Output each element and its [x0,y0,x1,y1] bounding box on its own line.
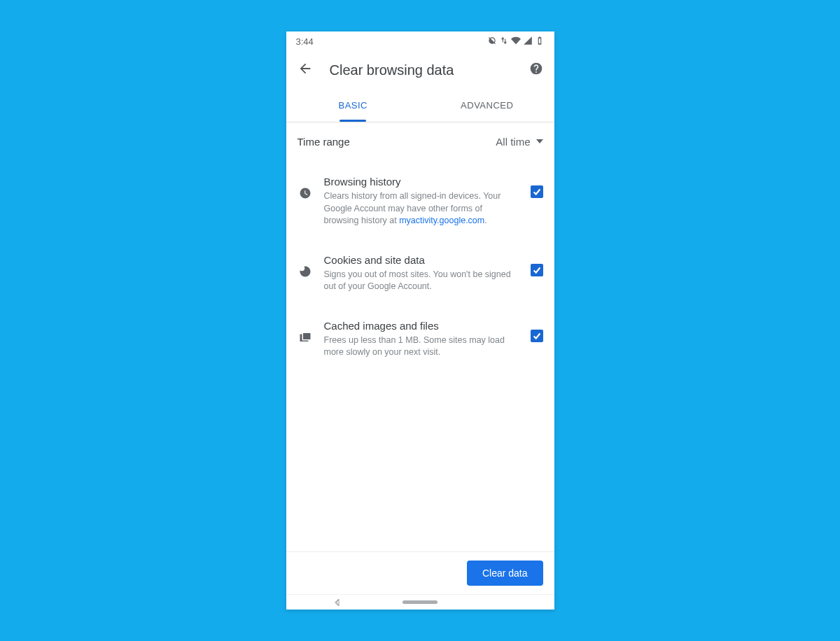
app-bar: Clear browsing data [286,51,554,89]
arrow-left-icon [298,61,313,76]
tab-basic-label: BASIC [338,100,368,111]
check-icon [532,265,542,275]
chevron-left-icon [334,599,341,606]
checkbox-cache[interactable] [531,330,543,342]
status-icons [487,36,545,48]
item-title: Cached images and files [324,320,519,332]
check-icon [532,331,542,341]
chevron-down-icon [536,138,543,145]
back-button[interactable] [298,61,313,79]
checkbox-cookies[interactable] [531,264,543,276]
status-time: 3:44 [296,36,314,47]
alarm-off-icon [487,36,497,48]
data-type-list: Browsing history Clears history from all… [286,160,554,551]
phone-frame: 3:44 Clear browsing data BASIC ADVANCED … [286,31,554,610]
help-icon [529,62,543,76]
status-bar: 3:44 [286,31,554,51]
system-nav-bar [286,594,554,610]
tab-advanced-label: ADVANCED [461,100,513,111]
check-icon [532,187,542,197]
item-title: Cookies and site data [324,254,519,266]
cookie-icon [298,254,313,278]
tab-bar: BASIC ADVANCED [286,89,554,122]
nav-pill[interactable] [402,600,438,604]
item-title: Browsing history [324,176,519,188]
time-range-dropdown[interactable]: All time [496,136,542,148]
item-cache[interactable]: Cached images and files Frees up less th… [286,310,554,376]
item-cookies[interactable]: Cookies and site data Signs you out of m… [286,244,554,310]
time-range-value: All time [496,136,530,148]
item-desc: Clears history from all signed-in device… [324,190,519,227]
footer: Clear data [286,551,554,594]
tab-advanced[interactable]: ADVANCED [420,89,554,122]
checkbox-browsing-history[interactable] [531,185,543,198]
time-range-row[interactable]: Time range All time [286,122,554,160]
page-title: Clear browsing data [330,62,512,78]
item-desc: Frees up less than 1 MB. Some sites may … [324,334,519,359]
clear-data-button[interactable]: Clear data [467,561,543,586]
wifi-icon [511,36,521,48]
nav-back[interactable] [334,596,341,609]
item-browsing-history[interactable]: Browsing history Clears history from all… [286,166,554,244]
images-icon [298,320,313,344]
data-up-down-icon [499,36,509,48]
cellular-icon [523,36,533,48]
tab-basic[interactable]: BASIC [286,89,421,122]
time-range-label: Time range [298,136,350,148]
myactivity-link[interactable]: myactivity.google.com [399,216,484,225]
item-desc: Signs you out of most sites. You won't b… [324,269,519,293]
help-button[interactable] [529,62,543,78]
clock-icon [298,176,313,199]
battery-icon [535,36,545,48]
